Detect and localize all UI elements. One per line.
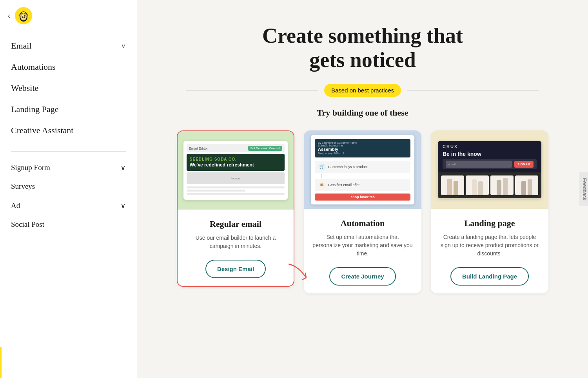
- automation-card-body: Automation Set up email automations that…: [304, 209, 421, 293]
- svg-point-5: [22, 15, 23, 16]
- automation-header: By Segment or Customer Name Subject: Sub…: [315, 139, 410, 157]
- main-nav: Email ∨ Automations Website Landing Page…: [0, 31, 137, 145]
- divider-section: Based on best practices: [186, 84, 539, 97]
- try-building-subtitle: Try building one of these: [317, 108, 408, 118]
- ad-chevron-icon: ∨: [120, 201, 126, 210]
- landing-card-title: Landing page: [465, 218, 515, 228]
- email-card-body: Regular email Use our email builder to l…: [178, 210, 294, 286]
- sidebar-header: ‹: [0, 0, 137, 31]
- svg-point-3: [22, 15, 23, 17]
- nav-divider: [11, 151, 126, 152]
- mock-dynamic-content-btn: Set Dynamic Content: [248, 146, 283, 151]
- feedback-tab[interactable]: Feedback: [579, 172, 588, 206]
- product-1: [441, 175, 464, 195]
- landing-page-mockup: CRUX Be in the know email SIGN UP: [438, 141, 541, 198]
- landing-email-input: email: [446, 161, 512, 168]
- sidebar-item-creative-assistant-label: Creative Assistant: [11, 125, 73, 136]
- email-card-wrapper: Email Editor Set Dynamic Content SEEDLIN…: [177, 130, 294, 293]
- product-2: [466, 175, 489, 195]
- create-journey-button[interactable]: Create Journey: [329, 267, 396, 286]
- landing-header: CRUX Be in the know email SIGN UP: [438, 141, 541, 172]
- svg-point-2: [20, 13, 27, 20]
- email-card-title: Regular email: [210, 219, 261, 229]
- mailchimp-logo: [15, 7, 32, 24]
- divider-line-left: [186, 90, 318, 90]
- automation-card-description: Set up email automations that personaliz…: [312, 233, 414, 258]
- sidebar-item-signup-form-label: Signup Form: [11, 163, 50, 172]
- mock-image-block: Image: [187, 172, 285, 184]
- sidebar-item-creative-assistant[interactable]: Creative Assistant: [0, 120, 137, 141]
- sidebar-item-signup-form[interactable]: Signup Form ∨: [0, 158, 137, 177]
- landing-products: [438, 172, 541, 198]
- automation-card-image: By Segment or Customer Name Subject: Sub…: [304, 130, 421, 209]
- secondary-nav: Signup Form ∨ Surveys Ad ∨ Social Post: [0, 158, 137, 234]
- email-card-image: Email Editor Set Dynamic Content SEEDLIN…: [178, 131, 294, 210]
- sidebar-item-ad-label: Ad: [11, 201, 20, 210]
- sidebar-item-email-label: Email: [11, 41, 32, 51]
- sidebar-item-social-post[interactable]: Social Post: [0, 215, 137, 234]
- mock-email-header: SEEDLING SODA CO. We've redefined refres…: [187, 154, 285, 171]
- email-card: Email Editor Set Dynamic Content SEEDLIN…: [177, 130, 294, 287]
- landing-page-card: CRUX Be in the know email SIGN UP: [431, 130, 548, 293]
- back-arrow[interactable]: ‹: [8, 12, 10, 20]
- sidebar-item-automations[interactable]: Automations: [0, 56, 137, 78]
- landing-form: email SIGN UP: [443, 159, 537, 169]
- automation-action-step: ✉ Gets first email offer: [315, 179, 410, 191]
- automation-card-title: Automation: [341, 218, 385, 228]
- product-4: [515, 175, 538, 195]
- sidebar-item-website-label: Website: [11, 83, 38, 93]
- sidebar-item-website[interactable]: Website: [0, 78, 137, 99]
- sidebar-item-surveys[interactable]: Surveys: [0, 177, 137, 196]
- svg-point-4: [24, 15, 25, 17]
- mock-toolbar: Email Editor Set Dynamic Content: [187, 144, 285, 152]
- email-card-description: Use our email builder to launch a campai…: [185, 234, 286, 250]
- page-title: Create something that gets noticed: [262, 24, 463, 72]
- sidebar: ‹ Email ∨ Automations Website Landin: [0, 0, 137, 378]
- signup-form-chevron-icon: ∨: [120, 163, 126, 172]
- landing-card-description: Create a landing page that lets people s…: [439, 233, 541, 258]
- automation-card: By Segment or Customer Name Subject: Sub…: [304, 130, 421, 293]
- divider-line-right: [407, 90, 539, 90]
- cards-container: Email Editor Set Dynamic Content SEEDLIN…: [174, 130, 551, 293]
- sidebar-item-automations-label: Automations: [11, 62, 56, 72]
- email-editor-mockup: Email Editor Set Dynamic Content SEEDLIN…: [183, 141, 288, 200]
- email-chevron-icon: ∨: [121, 42, 126, 50]
- landing-card-body: Landing page Create a landing page that …: [431, 209, 548, 293]
- landing-signup-btn: SIGN UP: [514, 161, 534, 168]
- design-email-button[interactable]: Design Email: [205, 260, 266, 278]
- sidebar-item-landing-page-label: Landing Page: [11, 104, 59, 114]
- automation-mockup: By Segment or Customer Name Subject: Sub…: [311, 135, 414, 204]
- mock-text-lines: [187, 186, 285, 197]
- best-practices-badge: Based on best practices: [324, 84, 401, 97]
- sidebar-item-landing-page[interactable]: Landing Page: [0, 99, 137, 120]
- product-3: [490, 175, 514, 195]
- arrow-decoration: [287, 262, 310, 282]
- sidebar-item-ad[interactable]: Ad ∨: [0, 196, 137, 215]
- sidebar-item-surveys-label: Surveys: [11, 182, 35, 191]
- svg-point-7: [20, 14, 21, 16]
- svg-point-6: [25, 15, 25, 16]
- landing-card-image: CRUX Be in the know email SIGN UP: [431, 130, 548, 209]
- main-content: Create something that gets noticed Based…: [137, 0, 588, 378]
- feedback-label: Feedback: [582, 178, 588, 200]
- automation-trigger-step: 🛒 Customer buys a product: [315, 161, 410, 173]
- sidebar-item-social-post-label: Social Post: [11, 220, 44, 229]
- sidebar-item-email[interactable]: Email ∨: [0, 35, 137, 56]
- build-landing-page-button[interactable]: Build Landing Page: [450, 267, 529, 286]
- svg-point-8: [26, 14, 28, 16]
